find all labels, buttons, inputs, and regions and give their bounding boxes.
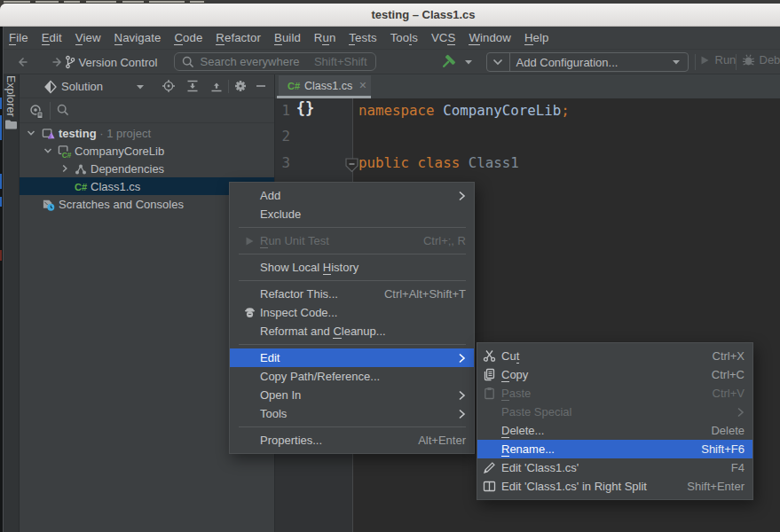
submenu-item[interactable]: Paste Special (477, 403, 752, 421)
context-menu-item[interactable]: Reformat and Cleanup... (230, 322, 474, 340)
search-shortcut-hint: Shift+Shift (314, 55, 367, 68)
path-shape (137, 85, 144, 89)
editor-tab-class1[interactable]: C# Class1.cs ✕ (279, 75, 371, 96)
background-text-fragment (64, 1, 80, 3)
context-menu-item[interactable]: Tools (230, 404, 474, 423)
span-shape: C# (75, 182, 87, 192)
context-menu-item[interactable]: Inspect Code... (230, 303, 474, 322)
run-configuration-combo[interactable]: Add Configuration... (486, 52, 689, 72)
menubar-item[interactable]: Tests (343, 27, 383, 48)
editor-tab-bar: C# Class1.cs ✕ (275, 74, 780, 98)
menu-item-label: Cut (501, 349, 519, 363)
submenu-item[interactable]: Paste Ctrl+V (477, 384, 752, 403)
menubar-item[interactable]: VCS (424, 27, 461, 48)
context-menu-item[interactable]: Exclude (230, 205, 474, 223)
build-dropdown-icon[interactable] (464, 59, 473, 65)
context-menu-item[interactable]: Properties... Alt+Enter (230, 431, 474, 450)
menu-separator (239, 227, 466, 228)
context-menu-item[interactable]: Run Unit Test Ctrl+;, R (230, 231, 474, 250)
expand-all-button[interactable] (185, 79, 200, 93)
run-config-dropdown-icon-svg (672, 59, 681, 65)
submenu-arrow-icon (737, 407, 745, 418)
submenu-item[interactable]: Edit 'Class1.cs' F4 (477, 458, 752, 477)
menu-item-icon-svg (483, 349, 496, 363)
menubar-item[interactable]: Run (307, 27, 343, 48)
menubar-item[interactable]: Code (168, 27, 209, 48)
tree-row[interactable]: Dependencies (20, 160, 274, 177)
hide-panel-button[interactable] (254, 79, 268, 93)
menubar-item[interactable]: View (68, 27, 107, 48)
path-shape (190, 83, 195, 89)
context-menu-item[interactable]: Add (230, 186, 474, 205)
branch-icon-svg (65, 55, 75, 69)
title-bar[interactable]: testing – Class1.cs (0, 4, 780, 27)
menu-item-shortcut: Ctrl+V (688, 387, 745, 400)
circle-shape (59, 106, 66, 113)
menubar-item[interactable]: Navigate (107, 27, 168, 48)
submenu-item[interactable]: Rename... Shift+F6 (477, 440, 752, 458)
tree-chevron-icon[interactable] (59, 163, 70, 174)
run-button[interactable]: Run (698, 53, 737, 66)
build-button[interactable] (439, 53, 473, 71)
run-config-chevron-cell[interactable] (487, 53, 510, 71)
path-shape (45, 149, 51, 153)
submenu-item[interactable]: Edit 'Class1.cs' in Right Split Shift+En… (477, 477, 752, 496)
menu-item-label: Show Local History (260, 261, 358, 274)
menu-item-icon-svg (483, 387, 496, 400)
menubar-item[interactable]: Edit (35, 27, 68, 48)
mnemonic-underline: u (322, 31, 328, 45)
search-icon[interactable] (56, 103, 72, 119)
background-text-fragment (149, 1, 185, 3)
menu-item-shortcut: Ctrl+Alt+Shift+T (359, 287, 466, 301)
menu-item-label: Run Unit Test (260, 234, 329, 247)
menubar-item[interactable]: Build (268, 27, 308, 48)
code-line: 1 {} namespace CompanyCoreLib; (275, 98, 780, 124)
menubar-item[interactable]: Window (462, 27, 518, 48)
collapse-all-button[interactable] (209, 79, 224, 93)
menubar-item[interactable]: Help (517, 27, 555, 48)
context-menu-item[interactable]: Open In (230, 386, 474, 404)
code-token: class (418, 154, 461, 171)
menubar-item[interactable]: Tools (383, 27, 424, 48)
path-shape (489, 372, 492, 376)
gear-icon-svg (233, 79, 248, 93)
context-menu-item[interactable]: Refactor This... Ctrl+Alt+Shift+T (230, 285, 474, 303)
tree-row[interactable]: testing · 1 project (20, 124, 274, 142)
path-shape (20, 59, 28, 66)
search-everywhere-field[interactable]: Search everywhere Shift+Shift (174, 52, 376, 71)
path-shape (65, 112, 68, 115)
tree-chevron-icon[interactable] (43, 145, 53, 156)
path-shape (45, 82, 51, 93)
submenu-item[interactable]: Copy Ctrl+C (477, 365, 752, 384)
debug-button[interactable]: Deb (742, 53, 780, 66)
close-icon[interactable]: ✕ (358, 80, 366, 91)
menubar-item[interactable]: File (3, 27, 35, 48)
vcs-widget[interactable]: Version Control (65, 54, 158, 70)
submenu-item[interactable]: Delete... Delete (477, 421, 752, 440)
menu-item-icon-svg (483, 480, 496, 493)
panel-title-dropdown-icon[interactable] (136, 84, 145, 90)
folder-icon[interactable] (4, 119, 18, 130)
forward-button[interactable] (49, 55, 65, 69)
select-opened-file-button[interactable] (28, 103, 44, 119)
tree-item-icon-svg: C# (58, 145, 72, 159)
submenu-item[interactable]: Cut Ctrl+X (477, 347, 752, 365)
tree-row[interactable]: C# CompanyCoreLib (20, 142, 274, 160)
gear-icon[interactable] (233, 79, 248, 93)
menubar-item[interactable]: Refactor (209, 27, 268, 48)
context-menu-item[interactable]: Copy Path/Reference... (230, 367, 474, 386)
stripe-tab-explorer[interactable]: Explorer (4, 75, 17, 117)
mnemonic-underline: V (75, 31, 83, 45)
menu-item-icon (477, 368, 501, 381)
fold-marker-icon[interactable] (345, 158, 358, 173)
menu-item-icon (477, 387, 501, 400)
menu-item-label: Properties... (260, 434, 322, 447)
panel-toolbar (20, 98, 274, 123)
context-menu-item[interactable]: Edit (230, 348, 474, 367)
panel-title[interactable]: Solution (61, 80, 103, 93)
context-menu-item[interactable]: Show Local History (230, 258, 474, 277)
tree-chevron-icon[interactable] (26, 128, 36, 138)
tree-chevron-icon-svg (43, 145, 53, 156)
back-button[interactable] (15, 55, 31, 69)
locate-button[interactable] (162, 79, 176, 93)
